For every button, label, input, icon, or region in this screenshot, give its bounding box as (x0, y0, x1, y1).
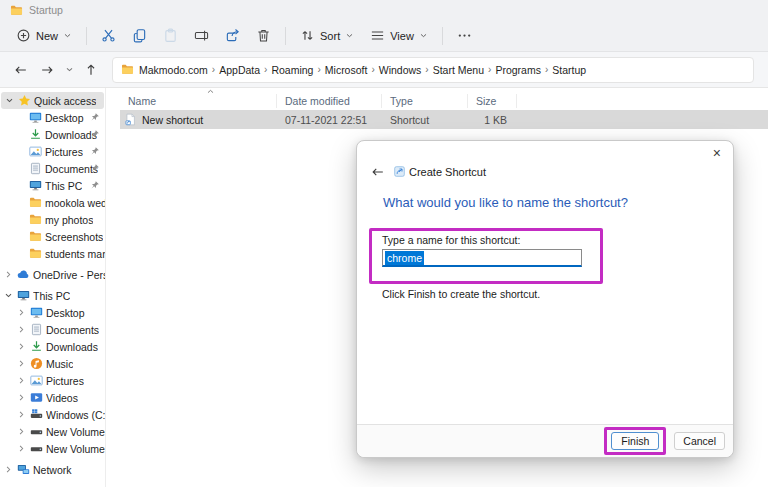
sidebar-item-label: Music (46, 358, 73, 370)
sidebar-item-students-management[interactable]: students management (0, 245, 105, 262)
sidebar-item-label: Network (33, 464, 72, 476)
sidebar-item-network[interactable]: Network (0, 461, 105, 478)
folder-icon (10, 4, 23, 17)
tree-chevron-down-icon[interactable] (2, 291, 15, 300)
finish-button[interactable]: Finish (611, 432, 659, 450)
sidebar-item-label: Quick access (34, 95, 96, 107)
cut-icon (101, 28, 116, 43)
breadcrumb-item-appdata[interactable]: AppData (216, 64, 263, 76)
up-button[interactable] (80, 59, 102, 81)
file-type: Shortcut (382, 114, 468, 126)
column-header-label: Date modified (285, 95, 350, 107)
sidebar-item-documents[interactable]: Documents (0, 321, 105, 338)
sidebar-item-documents[interactable]: Documents (0, 160, 105, 177)
breadcrumb-item-roaming[interactable]: Roaming (268, 64, 316, 76)
sidebar-item-downloads[interactable]: Downloads (0, 338, 105, 355)
column-header-size[interactable]: Size (468, 94, 517, 108)
star-icon (16, 94, 32, 107)
sidebar-item-new-volume-d[interactable]: New Volume (D:) (0, 423, 105, 440)
sidebar-item-screenshots[interactable]: Screenshots (0, 228, 105, 245)
tree-chevron-right-icon[interactable] (15, 342, 28, 351)
sidebar-item-windows-c[interactable]: Windows (C:) (0, 406, 105, 423)
file-list: New shortcut07-11-2021 22:51Shortcut1 KB (106, 110, 768, 129)
cut-button[interactable] (93, 24, 124, 47)
window-tab[interactable]: Startup (10, 4, 63, 17)
sidebar-item-mookola-wedd[interactable]: mookola wedd (0, 194, 105, 211)
file-row[interactable]: New shortcut07-11-2021 22:51Shortcut1 KB (120, 110, 768, 129)
column-header-type[interactable]: Type (382, 94, 468, 108)
breadcrumb-item-makmodo-com[interactable]: Makmodo.com (136, 64, 211, 76)
sidebar-item-my-photos[interactable]: my photos (0, 211, 105, 228)
breadcrumb-item-start-menu[interactable]: Start Menu (430, 64, 487, 76)
chevron-down-icon (345, 31, 354, 40)
column-header-date-modified[interactable]: Date modified (277, 94, 382, 108)
address-bar[interactable]: Makmodo.com›AppData›Roaming›Microsoft›Wi… (112, 57, 754, 83)
folder-icon (27, 213, 43, 226)
tree-chevron-right-icon[interactable] (2, 270, 15, 279)
sidebar-item-pictures[interactable]: Pictures (0, 372, 105, 389)
copy-icon (132, 28, 147, 43)
address-bar-row: Makmodo.com›AppData›Roaming›Microsoft›Wi… (0, 52, 768, 88)
documents-icon (28, 323, 44, 336)
tree-chevron-right-icon[interactable] (15, 444, 28, 453)
recent-locations-button[interactable] (62, 59, 76, 81)
sidebar-item-quick-access[interactable]: Quick access (1, 92, 104, 109)
file-date-modified: 07-11-2021 22:51 (277, 114, 382, 126)
view-button[interactable]: View (362, 24, 436, 47)
delete-button[interactable] (248, 24, 279, 47)
sidebar-item-new-volume-g[interactable]: New Volume (G:) (0, 440, 105, 457)
tree-chevron-right-icon[interactable] (15, 308, 28, 317)
paste-button[interactable] (155, 24, 186, 47)
tree-chevron-right-icon[interactable] (15, 359, 28, 368)
sidebar-item-label: New Volume (D:) (46, 426, 105, 438)
sidebar-item-onedrive-personal[interactable]: OneDrive - Personal (0, 266, 105, 283)
more-button[interactable] (449, 24, 480, 47)
sidebar-item-label: New Volume (G:) (46, 443, 105, 455)
sidebar-item-label: Videos (46, 392, 78, 404)
breadcrumb-item-programs[interactable]: Programs (492, 64, 544, 76)
documents-icon (27, 162, 43, 175)
sidebar-item-downloads[interactable]: Downloads (0, 126, 105, 143)
sidebar-item-this-pc[interactable]: This PC (0, 287, 105, 304)
sidebar-item-label: mookola wedd (45, 197, 105, 209)
list-header: NameDate modifiedTypeSize (120, 92, 768, 110)
videos-icon (28, 391, 44, 404)
forward-button[interactable] (36, 59, 58, 81)
breadcrumb-item-windows[interactable]: Windows (376, 64, 425, 76)
breadcrumb: Makmodo.com›AppData›Roaming›Microsoft›Wi… (136, 64, 589, 76)
sidebar-item-label: Downloads (46, 341, 98, 353)
shortcut-name-input[interactable]: chrome (382, 249, 582, 267)
back-button[interactable] (10, 59, 32, 81)
sidebar-item-music[interactable]: Music (0, 355, 105, 372)
tree-chevron-right-icon[interactable] (15, 393, 28, 402)
sidebar-item-pictures[interactable]: Pictures (0, 143, 105, 160)
pin-icon (90, 112, 100, 122)
tree-chevron-right-icon[interactable] (15, 427, 28, 436)
sidebar-item-label: Pictures (46, 375, 84, 387)
rename-button[interactable] (186, 24, 217, 47)
new-button[interactable]: New (8, 24, 80, 47)
tree-chevron-right-icon[interactable] (15, 325, 28, 334)
tree-chevron-right-icon[interactable] (15, 376, 28, 385)
sidebar-item-this-pc[interactable]: This PC (0, 177, 105, 194)
column-header-name[interactable]: Name (120, 94, 277, 108)
paste-icon (163, 28, 178, 43)
cancel-button[interactable]: Cancel (674, 432, 725, 450)
tree-chevron-right-icon[interactable] (2, 465, 15, 474)
sidebar-item-desktop[interactable]: Desktop (0, 304, 105, 321)
breadcrumb-item-microsoft[interactable]: Microsoft (322, 64, 371, 76)
sort-button[interactable]: Sort (292, 24, 362, 47)
breadcrumb-item-startup[interactable]: Startup (549, 64, 589, 76)
copy-button[interactable] (124, 24, 155, 47)
dialog-back-button[interactable] (371, 165, 385, 179)
dialog-close-button[interactable]: × (713, 144, 721, 162)
tree-chevron-down-icon[interactable] (3, 96, 16, 105)
sidebar-item-label: Pictures (45, 146, 83, 158)
sidebar-item-videos[interactable]: Videos (0, 389, 105, 406)
sidebar-item-desktop[interactable]: Desktop (0, 109, 105, 126)
more-icon (457, 28, 472, 43)
share-button[interactable] (217, 24, 248, 47)
sidebar-item-label: Documents (46, 324, 99, 336)
sort-icon (300, 28, 315, 43)
tree-chevron-right-icon[interactable] (15, 410, 28, 419)
